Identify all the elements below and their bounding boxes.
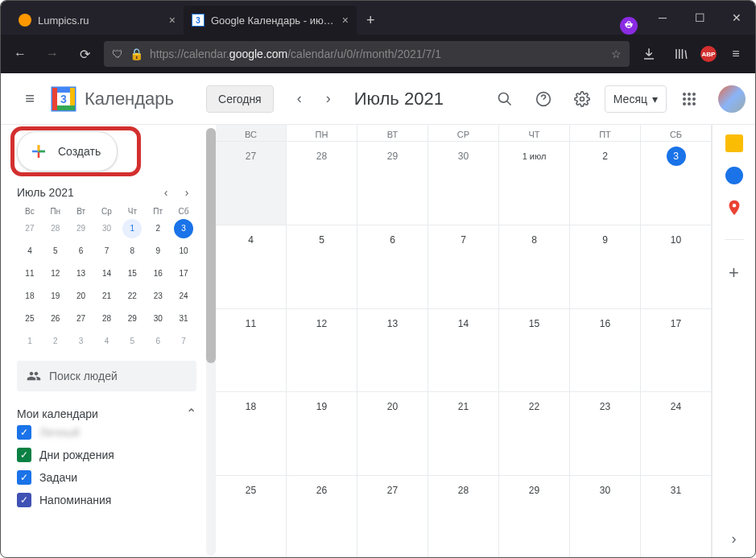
day-cell[interactable]: 1 июл [499, 142, 570, 225]
mini-day[interactable]: 26 [46, 309, 65, 329]
tab-lumpics[interactable]: Lumpics.ru × [10, 6, 184, 35]
day-cell[interactable]: 14 [428, 309, 499, 392]
mini-day[interactable]: 23 [148, 287, 167, 306]
calendar-item[interactable]: ✓Личный [17, 421, 196, 444]
day-cell[interactable]: 6 [357, 225, 428, 308]
mini-day[interactable]: 9 [148, 242, 167, 261]
mini-day[interactable]: 7 [97, 242, 116, 261]
mini-day[interactable]: 7 [174, 332, 193, 351]
mini-day[interactable]: 3 [72, 332, 91, 351]
day-cell[interactable]: 22 [499, 392, 570, 475]
day-cell[interactable]: 24 [641, 392, 712, 475]
checkbox[interactable]: ✓ [17, 470, 31, 485]
help-icon[interactable] [527, 83, 560, 115]
day-cell[interactable]: 29 [357, 142, 428, 225]
mini-day[interactable]: 29 [72, 219, 91, 238]
checkbox[interactable]: ✓ [17, 448, 31, 462]
mini-day[interactable]: 6 [72, 242, 91, 261]
checkbox[interactable]: ✓ [17, 425, 31, 440]
google-apps-icon[interactable] [673, 83, 705, 115]
people-search[interactable]: Поиск людей [17, 361, 196, 391]
next-month-button[interactable]: › [316, 86, 341, 112]
mini-day[interactable]: 31 [174, 309, 193, 329]
bookmark-icon[interactable]: ☆ [611, 48, 622, 60]
minimize-button[interactable]: ─ [644, 1, 681, 35]
day-cell[interactable]: 16 [570, 309, 641, 392]
day-cell[interactable]: 31 [641, 476, 712, 558]
mini-day[interactable]: 14 [97, 264, 116, 283]
day-cell[interactable]: 30 [570, 476, 641, 558]
day-cell[interactable]: 8 [499, 225, 570, 308]
main-menu-button[interactable]: ≡ [10, 80, 49, 118]
day-cell[interactable]: 20 [357, 392, 428, 475]
day-cell[interactable]: 21 [428, 392, 499, 475]
tab-calendar[interactable]: 3 Google Календарь - июль 2021 × [184, 6, 357, 35]
day-cell[interactable]: 7 [428, 225, 499, 308]
calendar-item[interactable]: ✓Задачи [17, 466, 196, 489]
mini-day[interactable]: 12 [46, 264, 65, 283]
day-cell[interactable]: 5 [287, 225, 357, 308]
mini-day[interactable]: 28 [46, 219, 65, 238]
day-cell[interactable]: 27 [357, 476, 428, 558]
mini-day[interactable]: 24 [174, 287, 193, 306]
day-cell[interactable]: 15 [499, 309, 570, 392]
menu-icon[interactable]: ≡ [723, 41, 749, 67]
mini-day[interactable]: 15 [122, 264, 142, 283]
settings-icon[interactable] [566, 83, 598, 115]
day-cell[interactable]: 9 [570, 225, 641, 308]
day-cell[interactable]: 27 [216, 142, 287, 225]
day-cell[interactable]: 11 [216, 309, 287, 392]
mini-day[interactable]: 3 [174, 219, 193, 238]
search-icon[interactable] [489, 83, 521, 115]
day-cell[interactable]: 25 [216, 476, 287, 558]
mini-day[interactable]: 4 [97, 332, 116, 351]
mini-day[interactable]: 30 [148, 309, 167, 329]
mini-day[interactable]: 4 [20, 242, 39, 261]
mini-day[interactable]: 30 [97, 219, 116, 238]
mini-day[interactable]: 6 [148, 332, 167, 351]
day-cell[interactable]: 26 [287, 476, 357, 558]
mini-day[interactable]: 28 [97, 309, 116, 329]
day-cell[interactable]: 18 [216, 392, 287, 475]
mini-day[interactable]: 5 [46, 242, 65, 261]
calendar-item[interactable]: ✓Напоминания [17, 489, 196, 511]
vpn-icon[interactable] [620, 17, 638, 35]
day-cell[interactable]: 12 [287, 309, 357, 392]
close-icon[interactable]: × [169, 14, 176, 27]
day-cell[interactable]: 28 [428, 476, 499, 558]
mini-day[interactable]: 2 [46, 332, 65, 351]
keep-icon[interactable] [725, 134, 743, 152]
abp-icon[interactable]: ABP [700, 46, 717, 62]
mini-prev-button[interactable]: ‹ [156, 183, 176, 202]
close-window-button[interactable]: ✕ [718, 1, 755, 35]
day-cell[interactable]: 2 [570, 142, 641, 225]
mini-day[interactable]: 27 [20, 219, 39, 238]
mini-day[interactable]: 17 [174, 264, 193, 283]
calendar-item[interactable]: ✓Дни рождения [17, 444, 196, 466]
day-cell[interactable]: 3 [641, 142, 712, 225]
calendar-logo[interactable]: 3 Календарь [49, 85, 174, 114]
reload-button[interactable]: ⟳ [72, 41, 97, 67]
lock-icon[interactable]: 🔒 [130, 48, 143, 60]
day-cell[interactable]: 23 [570, 392, 641, 475]
maximize-button[interactable]: ☐ [681, 1, 718, 35]
mini-day[interactable]: 1 [20, 332, 39, 351]
address-bar[interactable]: 🛡 🔒 https://calendar.google.com/calendar… [104, 41, 630, 67]
mini-day[interactable]: 29 [122, 309, 142, 329]
downloads-icon[interactable] [636, 41, 662, 67]
day-cell[interactable]: 17 [641, 309, 712, 392]
mini-day[interactable]: 20 [72, 287, 91, 306]
view-selector[interactable]: Месяц▾ [605, 85, 667, 113]
mini-day[interactable]: 1 [122, 219, 142, 238]
mini-day[interactable]: 11 [20, 264, 39, 283]
mini-next-button[interactable]: › [177, 183, 196, 202]
mini-day[interactable]: 16 [148, 264, 167, 283]
mini-day[interactable]: 18 [20, 287, 39, 306]
scroll-thumb[interactable] [206, 128, 216, 363]
account-avatar[interactable] [718, 85, 746, 113]
new-tab-button[interactable]: + [357, 6, 385, 35]
mini-day[interactable]: 19 [46, 287, 65, 306]
hide-sidepanel-button[interactable]: › [732, 531, 737, 548]
mini-day[interactable]: 25 [20, 309, 39, 329]
day-cell[interactable]: 13 [357, 309, 428, 392]
